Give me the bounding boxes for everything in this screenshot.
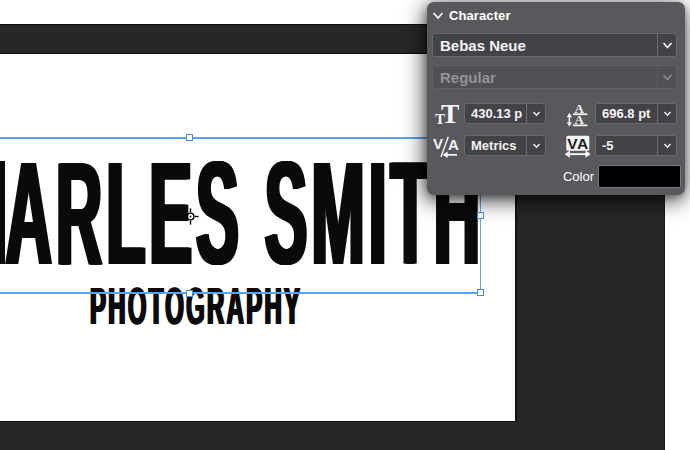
- svg-text:A: A: [577, 135, 588, 152]
- svg-text:V: V: [433, 136, 443, 152]
- svg-text:A: A: [448, 136, 459, 153]
- svg-text:T: T: [441, 102, 459, 126]
